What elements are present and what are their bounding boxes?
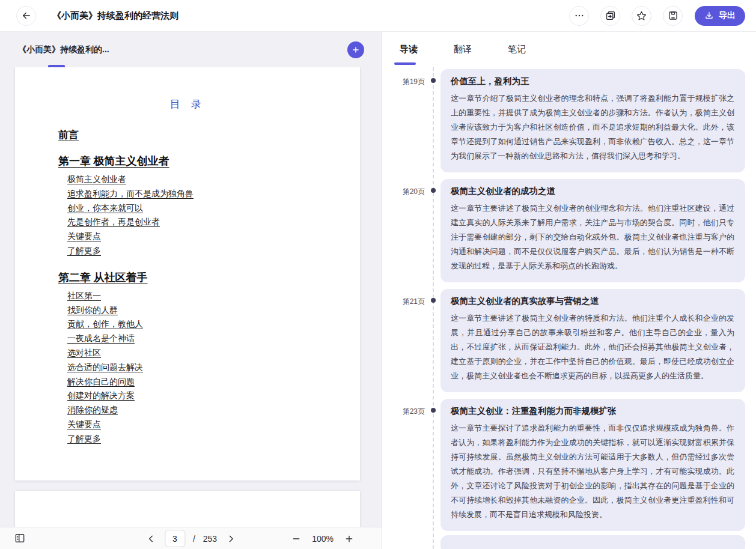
summary-title: 极简主义创业者的成功之道 (451, 186, 734, 197)
tab-notes[interactable]: 笔记 (508, 44, 526, 55)
summary-title: 价值至上，盈利为王 (451, 76, 734, 87)
summary-card[interactable]: 极简主义创业者的真实故事与营销之道 这一章节主要讲述了极简主义创业者的特质和方法… (440, 289, 745, 392)
toc-link[interactable]: 关键要点 (67, 229, 101, 244)
toc-link[interactable]: 找到你的人群 (67, 303, 118, 318)
back-button[interactable] (16, 6, 36, 26)
summary-entry: 第21页 极简主义创业者的真实故事与营销之道 这一章节主要讲述了极简主义创业者的… (382, 289, 756, 392)
bookshelf-button[interactable] (663, 6, 683, 26)
summary-entry (382, 535, 756, 549)
page-total: 253 (203, 534, 217, 544)
toc-link[interactable]: 创业，你本来就可以 (67, 201, 143, 216)
toc-title: 目 录 (15, 67, 360, 111)
toc-link-preface[interactable]: 前言 (58, 128, 79, 142)
toc-link[interactable]: 极简主义创业者 (67, 172, 126, 187)
copy-to-button[interactable] (600, 6, 620, 26)
entry-meta: 第21页 (382, 289, 440, 392)
assistant-tabs: 导读 翻译 笔记 (382, 32, 756, 67)
save-icon (668, 10, 678, 21)
entry-meta: 第19页 (382, 69, 440, 172)
summary-timeline[interactable]: 第19页 价值至上，盈利为王 这一章节介绍了极简主义创业者的理念和特点，强调了将… (382, 67, 756, 549)
toc-link[interactable]: 选对社区 (67, 346, 101, 360)
tab-reading-guide[interactable]: 导读 (400, 44, 418, 55)
document-tab[interactable]: 《小而美》持续盈利的... (18, 44, 347, 55)
summary-entry: 第20页 极简主义创业者的成功之道 这一章节主要讲述了极简主义创业者的创业理念和… (382, 179, 756, 282)
summary-text: 这一章节主要探讨了追求盈利能力的重要性，而非仅仅追求规模或成为独角兽。作者认为，… (451, 421, 734, 522)
download-icon (704, 11, 714, 20)
export-button[interactable]: 导出 (695, 6, 745, 26)
star-icon (636, 10, 647, 22)
toc-link[interactable]: 一夜成名是个神话 (67, 332, 135, 346)
toc-link[interactable]: 解决你自己的问题 (67, 375, 135, 389)
document-panel: 《小而美》持续盈利的... 目 录 前言 第一章 极简主义创业者 极简主义创业者… (0, 32, 382, 549)
tab-translate[interactable]: 翻译 (454, 44, 472, 55)
page-label: 第23页 (403, 407, 425, 417)
document-viewer[interactable]: 目 录 前言 第一章 极简主义创业者 极简主义创业者 追求盈利能力，而不是成为独… (0, 67, 382, 527)
summary-card[interactable]: 价值至上，盈利为王 这一章节介绍了极简主义创业者的理念和特点，强调了将盈利能力置… (440, 69, 745, 172)
page-number-input[interactable] (165, 530, 185, 547)
page-separator: / (193, 534, 195, 544)
timeline-dot (431, 408, 436, 413)
document-page-3: 目 录 前言 第一章 极简主义创业者 极简主义创业者 追求盈利能力，而不是成为独… (15, 67, 360, 481)
chevron-right-icon (226, 534, 236, 544)
favorite-button[interactable] (632, 6, 651, 26)
zoom-out-icon (291, 534, 301, 544)
zoom-in-button[interactable] (343, 533, 355, 545)
summary-card[interactable]: 极简主义创业者的成功之道 这一章节主要讲述了极简主义创业者的创业理念和方法。他们… (440, 179, 745, 282)
summary-title: 极简主义创业：注重盈利能力而非规模扩张 (451, 405, 734, 417)
toc-link[interactable]: 追求盈利能力，而不是成为独角兽 (67, 187, 194, 201)
entry-meta: 第20页 (382, 179, 440, 282)
timeline-dot (431, 78, 436, 83)
document-toolbar: / 253 100% (0, 527, 382, 549)
document-title: 《小而美》持续盈利的经营法则 (52, 10, 178, 22)
page-label: 第21页 (403, 297, 425, 307)
toc-link[interactable]: 选合适的问题去解决 (67, 360, 143, 375)
more-button[interactable] (569, 6, 589, 26)
next-page-button[interactable] (225, 533, 237, 545)
toc-link[interactable]: 了解更多 (67, 244, 101, 258)
page-navigator: / 253 (145, 527, 237, 549)
add-icon (352, 46, 360, 54)
sidebar-toggle-icon (14, 532, 26, 544)
timeline-dot (431, 188, 436, 193)
zoom-level: 100% (312, 534, 334, 544)
toc-link[interactable]: 了解更多 (67, 432, 101, 446)
toc-link[interactable]: 社区第一 (67, 289, 101, 303)
add-document-button[interactable] (347, 41, 364, 58)
document-page-4 (15, 491, 360, 527)
summary-text: 这一章节主要讲述了极简主义创业者的创业理念和方法。他们注重社区建设，通过建立真实… (451, 201, 734, 273)
zoom-controls: 100% (290, 527, 355, 549)
toc-chapter-1[interactable]: 第一章 极简主义创业者 (58, 154, 360, 168)
copy-arrow-icon (605, 10, 616, 21)
toc-link[interactable]: 关键要点 (67, 417, 101, 432)
summary-card[interactable]: 极简主义创业：注重盈利能力而非规模扩张 这一章节主要探讨了追求盈利能力的重要性，… (440, 399, 745, 531)
chevron-left-icon (146, 534, 156, 544)
zoom-in-icon (344, 534, 354, 544)
back-icon (21, 10, 32, 21)
more-icon (574, 10, 585, 21)
summary-entry: 第19页 价值至上，盈利为王 这一章节介绍了极简主义创业者的理念和特点，强调了将… (382, 69, 756, 172)
timeline-dot (431, 298, 436, 303)
toc-link[interactable]: 消除你的疑虑 (67, 403, 118, 417)
top-bar: 《小而美》持续盈利的经营法则 导出 (0, 0, 756, 32)
toc-chapter-2[interactable]: 第二章 从社区着手 (58, 270, 360, 285)
summary-title: 极简主义创业者的真实故事与营销之道 (451, 296, 734, 307)
page-label: 第19页 (403, 77, 425, 87)
document-panel-header: 《小而美》持续盈利的... (0, 32, 382, 67)
zoom-out-button[interactable] (290, 533, 302, 545)
toc-link[interactable]: 贡献，创作，教他人 (67, 317, 143, 332)
active-tab-indicator (394, 62, 416, 65)
page-label: 第20页 (403, 187, 425, 197)
entry-meta: 第23页 (382, 399, 440, 531)
toc-link[interactable]: 先是创作者，再是创业者 (67, 215, 160, 229)
summary-card[interactable] (440, 535, 745, 549)
previous-page-button[interactable] (145, 533, 157, 545)
summary-text: 这一章节主要讲述了极简主义创业者的特质和方法。他们注重个人成长和企业的发展，并且… (451, 311, 734, 383)
entry-meta (382, 535, 440, 549)
summary-text: 这一章节介绍了极简主义创业者的理念和特点，强调了将盈利能力置于规模扩张之上的重要… (451, 91, 734, 163)
toc-link[interactable]: 创建对的解决方案 (67, 389, 135, 403)
export-label: 导出 (719, 10, 736, 21)
thumbnail-panel-toggle[interactable] (13, 531, 27, 545)
assistant-panel: 导读 翻译 笔记 第19页 价值至上，盈利为王 这一章节介绍了极简主义创业者的理… (382, 32, 756, 549)
summary-entry: 第23页 极简主义创业：注重盈利能力而非规模扩张 这一章节主要探讨了追求盈利能力… (382, 399, 756, 531)
